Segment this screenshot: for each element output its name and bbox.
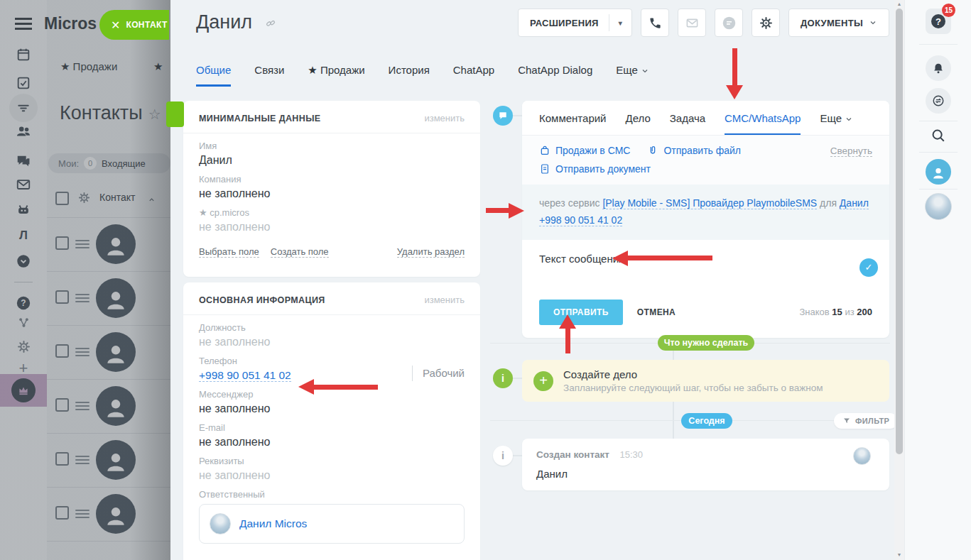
main-menu-button[interactable] <box>0 15 47 33</box>
scroll-down-arrow[interactable]: ▼ <box>894 552 904 557</box>
tab-more[interactable]: Еще <box>616 64 649 87</box>
edit-link[interactable]: изменить <box>424 113 465 123</box>
link-icon[interactable] <box>265 11 276 33</box>
service-provider-link[interactable]: [Play Mobile - SMS] Провайдер Playmobile… <box>602 197 817 209</box>
collapse-link[interactable]: Свернуть <box>830 146 872 157</box>
contact-avatar[interactable] <box>96 494 136 534</box>
contact-row[interactable] <box>47 487 170 542</box>
send-document-link[interactable]: Отправить документ <box>539 163 651 175</box>
field-value[interactable]: не заполнено <box>199 402 465 415</box>
feed-tab-more[interactable]: Еще <box>820 112 853 135</box>
chat-button[interactable] <box>715 9 743 37</box>
row-checkbox[interactable] <box>55 452 69 466</box>
field-value[interactable]: не заполнено <box>199 187 465 200</box>
field-value[interactable]: не заполнено <box>199 336 465 348</box>
tab-chatapp-dialog[interactable]: ChatApp Dialog <box>518 64 592 87</box>
feed-tab-todo[interactable]: Задача <box>670 112 705 135</box>
send-button[interactable]: ОТПРАВИТЬ <box>539 300 623 325</box>
contact-row[interactable] <box>47 325 170 380</box>
tab-history[interactable]: История <box>389 64 430 87</box>
scrollbar-thumb[interactable] <box>896 9 903 454</box>
new-contact-button-edge[interactable] <box>166 101 184 127</box>
drag-handle[interactable] <box>75 507 89 520</box>
hint-title[interactable]: Создайте дело <box>563 368 823 380</box>
row-checkbox[interactable] <box>55 506 69 520</box>
contact-row[interactable] <box>47 217 170 272</box>
drag-handle[interactable] <box>75 400 89 412</box>
search-button[interactable] <box>931 128 946 143</box>
tab-links[interactable]: Связи <box>254 64 284 87</box>
feed-tab-comment[interactable]: Комментарий <box>539 112 606 135</box>
help-icon[interactable] <box>0 295 47 311</box>
mail-icon[interactable] <box>0 177 47 192</box>
incoming-filter-label[interactable]: Входящие <box>102 158 146 169</box>
responsible-name[interactable]: Данил Micros <box>239 517 307 530</box>
mail-button[interactable] <box>678 9 706 37</box>
edit-link[interactable]: изменить <box>424 295 465 305</box>
app-logo[interactable]: Micros <box>44 14 97 33</box>
pinned-tab-sales[interactable]: ★ Продажи <box>60 60 117 73</box>
feed-filter-button[interactable]: ФИЛЬТР <box>834 413 894 429</box>
contacts-icon[interactable] <box>0 123 47 139</box>
tasks-icon[interactable] <box>0 75 47 91</box>
page-scrollbar[interactable]: ▲ ▼ <box>894 0 904 560</box>
contact-created-note[interactable]: Создан контакт 15:30 Данил <box>522 439 889 490</box>
extensions-button[interactable]: РАСШИРЕНИЯ ▾ <box>518 9 632 37</box>
app-letter-icon[interactable]: Л <box>0 229 47 243</box>
contact-avatar[interactable] <box>96 278 136 318</box>
today-pill[interactable]: Сегодня <box>681 413 732 429</box>
contact-row[interactable] <box>47 433 170 488</box>
quick-filter-pill[interactable]: Мои: 0 Входящие <box>48 153 170 173</box>
service-phone-link[interactable]: +998 90 051 41 02 <box>539 214 622 226</box>
phone-type-label[interactable]: Рабочий <box>412 366 465 381</box>
settings-gear-button[interactable] <box>752 9 780 37</box>
sort-asc-icon[interactable] <box>148 193 156 206</box>
call-button[interactable] <box>641 9 669 37</box>
sales-in-sms-link[interactable]: Продажи в СМС <box>539 145 630 156</box>
scroll-up-arrow[interactable]: ▲ <box>894 1 904 6</box>
pinned-tab-extra[interactable]: ★ <box>153 60 163 73</box>
chevron-down-icon[interactable]: ▾ <box>609 19 631 27</box>
responsible-user-box[interactable]: Данил Micros <box>199 504 465 544</box>
send-toggle[interactable]: ✓ <box>859 258 878 277</box>
feed-tab-task[interactable]: Дело <box>625 112 650 135</box>
contact-row[interactable] <box>47 271 170 326</box>
bot-icon[interactable] <box>0 202 47 217</box>
choose-field-link[interactable]: Выбрать поле <box>199 246 259 258</box>
close-icon[interactable]: ✕ <box>111 18 120 32</box>
drag-handle[interactable] <box>75 454 89 466</box>
documents-button[interactable]: ДОКУМЕНТЫ <box>788 9 889 37</box>
profile-photo-avatar[interactable] <box>925 193 952 220</box>
more-apps-icon[interactable] <box>0 253 47 269</box>
tab-general[interactable]: Общие <box>196 64 231 87</box>
contact-avatar[interactable] <box>96 386 136 426</box>
upgrade-crown-item[interactable] <box>0 374 47 407</box>
select-all-checkbox[interactable] <box>55 192 69 205</box>
field-value[interactable]: не заполнено <box>199 469 465 482</box>
column-header-contact[interactable]: Контакт <box>99 192 135 203</box>
favorite-star-icon[interactable]: ☆ <box>148 106 161 122</box>
open-entity-pill[interactable]: ✕ КОНТАКТ <box>99 10 169 40</box>
cancel-button[interactable]: ОТМЕНА <box>637 307 676 317</box>
notifications-bell-button[interactable] <box>926 55 951 81</box>
contact-row[interactable] <box>47 541 170 560</box>
calendar-icon[interactable] <box>0 47 47 62</box>
list-settings-gear-icon[interactable] <box>78 191 90 204</box>
create-field-link[interactable]: Создать поле <box>271 246 329 258</box>
field-value[interactable]: не заполнено <box>199 221 465 234</box>
row-checkbox[interactable] <box>55 398 69 412</box>
service-contact-link[interactable]: Данил <box>840 197 869 209</box>
feed-tab-sms-whatsapp[interactable]: СМС/WhatsApp <box>725 112 801 135</box>
my-filter-label[interactable]: Мои: <box>58 158 79 169</box>
contact-row[interactable] <box>47 379 170 434</box>
add-task-plus-button[interactable]: + <box>533 371 553 391</box>
tab-sales[interactable]: ★ Продажи <box>308 64 364 87</box>
conversations-button[interactable] <box>926 88 951 114</box>
filter-lists-icon[interactable] <box>9 94 38 122</box>
integrations-icon[interactable] <box>0 316 47 329</box>
drag-handle[interactable] <box>75 238 89 251</box>
row-checkbox[interactable] <box>55 290 69 304</box>
drag-handle[interactable] <box>75 346 89 358</box>
todo-pill[interactable]: Что нужно сделать <box>658 335 754 351</box>
field-value[interactable]: не заполнено <box>199 436 465 449</box>
